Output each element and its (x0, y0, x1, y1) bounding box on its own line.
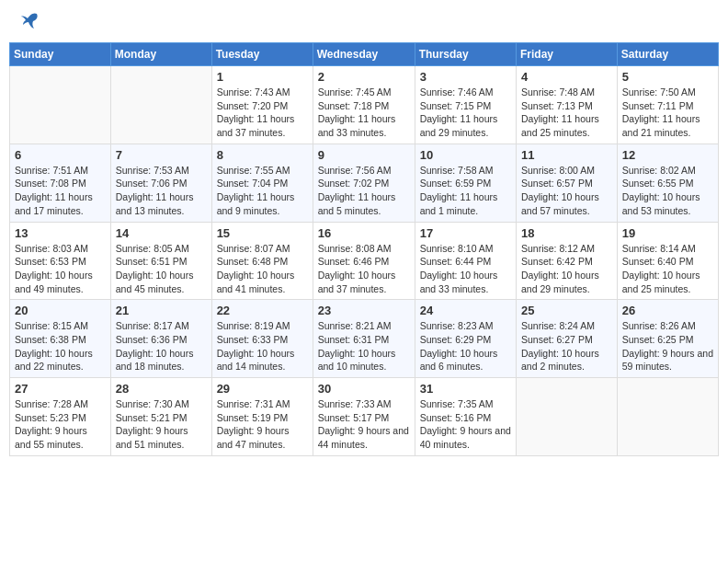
calendar-cell: 16Sunrise: 8:08 AM Sunset: 6:46 PM Dayli… (313, 222, 415, 300)
day-info: Sunrise: 7:48 AM Sunset: 7:13 PM Dayligh… (521, 86, 612, 140)
calendar-cell: 3Sunrise: 7:46 AM Sunset: 7:15 PM Daylig… (415, 66, 516, 144)
day-number: 2 (318, 70, 410, 84)
day-info: Sunrise: 7:58 AM Sunset: 6:59 PM Dayligh… (420, 164, 511, 218)
calendar-cell: 23Sunrise: 8:21 AM Sunset: 6:31 PM Dayli… (313, 300, 415, 378)
calendar-week-4: 20Sunrise: 8:15 AM Sunset: 6:38 PM Dayli… (10, 300, 719, 378)
day-info: Sunrise: 8:08 AM Sunset: 6:46 PM Dayligh… (318, 242, 410, 296)
calendar-cell: 22Sunrise: 8:19 AM Sunset: 6:33 PM Dayli… (211, 300, 313, 378)
day-number: 14 (116, 226, 207, 240)
day-info: Sunrise: 8:02 AM Sunset: 6:55 PM Dayligh… (622, 164, 713, 218)
day-number: 10 (420, 148, 511, 162)
day-number: 17 (420, 226, 511, 240)
day-info: Sunrise: 7:55 AM Sunset: 7:04 PM Dayligh… (217, 164, 308, 218)
day-number: 8 (217, 148, 308, 162)
calendar-week-1: 1Sunrise: 7:43 AM Sunset: 7:20 PM Daylig… (10, 66, 719, 144)
day-number: 31 (420, 382, 511, 396)
header-saturday: Saturday (617, 43, 718, 66)
day-info: Sunrise: 8:17 AM Sunset: 6:36 PM Dayligh… (116, 319, 207, 373)
page-header (9, 9, 719, 35)
day-info: Sunrise: 7:56 AM Sunset: 7:02 PM Dayligh… (318, 164, 410, 218)
calendar-cell: 7Sunrise: 7:53 AM Sunset: 7:06 PM Daylig… (110, 144, 211, 222)
day-info: Sunrise: 7:45 AM Sunset: 7:18 PM Dayligh… (318, 86, 410, 140)
calendar-cell: 29Sunrise: 7:31 AM Sunset: 5:19 PM Dayli… (211, 378, 313, 456)
calendar-cell: 19Sunrise: 8:14 AM Sunset: 6:40 PM Dayli… (617, 222, 718, 300)
day-info: Sunrise: 8:05 AM Sunset: 6:51 PM Dayligh… (116, 242, 207, 296)
calendar-week-2: 6Sunrise: 7:51 AM Sunset: 7:08 PM Daylig… (10, 144, 719, 222)
calendar-cell: 2Sunrise: 7:45 AM Sunset: 7:18 PM Daylig… (313, 66, 415, 144)
day-info: Sunrise: 7:30 AM Sunset: 5:21 PM Dayligh… (116, 397, 207, 452)
day-number: 23 (318, 304, 410, 317)
calendar-cell: 18Sunrise: 8:12 AM Sunset: 6:42 PM Dayli… (517, 222, 618, 300)
day-number: 6 (15, 148, 106, 162)
day-info: Sunrise: 8:14 AM Sunset: 6:40 PM Dayligh… (622, 242, 713, 296)
day-number: 15 (217, 226, 308, 240)
day-info: Sunrise: 8:15 AM Sunset: 6:38 PM Dayligh… (15, 319, 106, 373)
day-number: 30 (318, 382, 410, 396)
day-number: 12 (622, 148, 713, 162)
calendar-cell: 25Sunrise: 8:24 AM Sunset: 6:27 PM Dayli… (517, 300, 618, 378)
calendar-cell: 17Sunrise: 8:10 AM Sunset: 6:44 PM Dayli… (415, 222, 516, 300)
calendar-week-3: 13Sunrise: 8:03 AM Sunset: 6:53 PM Dayli… (10, 222, 719, 300)
day-number: 7 (116, 148, 207, 162)
calendar-week-5: 27Sunrise: 7:28 AM Sunset: 5:23 PM Dayli… (10, 378, 719, 456)
day-number: 5 (622, 70, 713, 84)
calendar-cell (617, 378, 718, 456)
day-info: Sunrise: 8:00 AM Sunset: 6:57 PM Dayligh… (521, 164, 612, 218)
day-info: Sunrise: 8:26 AM Sunset: 6:25 PM Dayligh… (622, 319, 713, 373)
calendar-cell: 11Sunrise: 8:00 AM Sunset: 6:57 PM Dayli… (517, 144, 618, 222)
day-info: Sunrise: 7:31 AM Sunset: 5:19 PM Dayligh… (217, 397, 308, 452)
calendar-cell: 12Sunrise: 8:02 AM Sunset: 6:55 PM Dayli… (617, 144, 718, 222)
calendar-cell: 10Sunrise: 7:58 AM Sunset: 6:59 PM Dayli… (415, 144, 516, 222)
day-number: 27 (15, 382, 106, 396)
calendar-cell: 8Sunrise: 7:55 AM Sunset: 7:04 PM Daylig… (211, 144, 313, 222)
calendar-cell (10, 66, 111, 144)
day-number: 11 (521, 148, 612, 162)
day-number: 25 (521, 304, 612, 317)
day-number: 29 (217, 382, 308, 396)
day-number: 18 (521, 226, 612, 240)
calendar-cell: 1Sunrise: 7:43 AM Sunset: 7:20 PM Daylig… (211, 66, 313, 144)
header-tuesday: Tuesday (211, 43, 313, 66)
calendar-header-row: SundayMondayTuesdayWednesdayThursdayFrid… (10, 43, 719, 66)
calendar-cell (110, 66, 211, 144)
day-info: Sunrise: 8:23 AM Sunset: 6:29 PM Dayligh… (420, 319, 511, 373)
header-wednesday: Wednesday (313, 43, 415, 66)
day-number: 22 (217, 304, 308, 317)
header-monday: Monday (110, 43, 211, 66)
calendar-cell: 26Sunrise: 8:26 AM Sunset: 6:25 PM Dayli… (617, 300, 718, 378)
header-friday: Friday (517, 43, 618, 66)
day-number: 26 (622, 304, 713, 317)
day-info: Sunrise: 7:43 AM Sunset: 7:20 PM Dayligh… (217, 86, 308, 140)
bird-icon (20, 12, 40, 30)
day-number: 1 (217, 70, 308, 84)
calendar-cell: 9Sunrise: 7:56 AM Sunset: 7:02 PM Daylig… (313, 144, 415, 222)
header-thursday: Thursday (415, 43, 516, 66)
calendar-cell: 4Sunrise: 7:48 AM Sunset: 7:13 PM Daylig… (517, 66, 618, 144)
calendar-cell: 20Sunrise: 8:15 AM Sunset: 6:38 PM Dayli… (10, 300, 111, 378)
day-number: 16 (318, 226, 410, 240)
day-number: 3 (420, 70, 511, 84)
calendar-table: SundayMondayTuesdayWednesdayThursdayFrid… (9, 42, 719, 456)
day-info: Sunrise: 7:28 AM Sunset: 5:23 PM Dayligh… (15, 397, 106, 452)
day-info: Sunrise: 7:35 AM Sunset: 5:16 PM Dayligh… (420, 397, 511, 452)
calendar-cell: 31Sunrise: 7:35 AM Sunset: 5:16 PM Dayli… (415, 378, 516, 456)
calendar-cell: 28Sunrise: 7:30 AM Sunset: 5:21 PM Dayli… (110, 378, 211, 456)
day-info: Sunrise: 8:12 AM Sunset: 6:42 PM Dayligh… (521, 242, 612, 296)
day-number: 20 (15, 304, 106, 317)
day-info: Sunrise: 7:46 AM Sunset: 7:15 PM Dayligh… (420, 86, 511, 140)
calendar-cell: 30Sunrise: 7:33 AM Sunset: 5:17 PM Dayli… (313, 378, 415, 456)
day-info: Sunrise: 7:33 AM Sunset: 5:17 PM Dayligh… (318, 397, 410, 452)
day-info: Sunrise: 8:07 AM Sunset: 6:48 PM Dayligh… (217, 242, 308, 296)
day-number: 9 (318, 148, 410, 162)
calendar-cell: 27Sunrise: 7:28 AM Sunset: 5:23 PM Dayli… (10, 378, 111, 456)
day-info: Sunrise: 8:21 AM Sunset: 6:31 PM Dayligh… (318, 319, 410, 373)
day-info: Sunrise: 8:03 AM Sunset: 6:53 PM Dayligh… (15, 242, 106, 296)
day-number: 4 (521, 70, 612, 84)
calendar-cell: 15Sunrise: 8:07 AM Sunset: 6:48 PM Dayli… (211, 222, 313, 300)
day-number: 28 (116, 382, 207, 396)
calendar-cell: 14Sunrise: 8:05 AM Sunset: 6:51 PM Dayli… (110, 222, 211, 300)
logo (18, 14, 40, 30)
day-number: 21 (116, 304, 207, 317)
day-info: Sunrise: 7:50 AM Sunset: 7:11 PM Dayligh… (622, 86, 713, 140)
day-info: Sunrise: 8:24 AM Sunset: 6:27 PM Dayligh… (521, 319, 612, 373)
